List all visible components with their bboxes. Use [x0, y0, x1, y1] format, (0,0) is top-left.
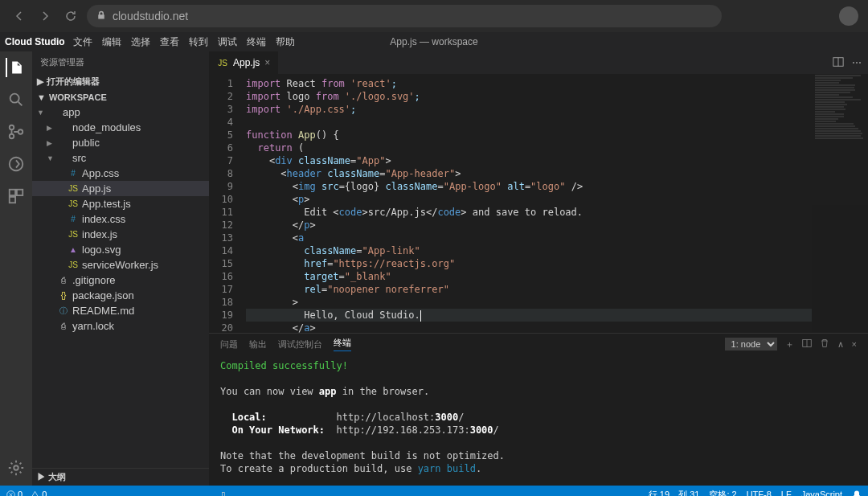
new-terminal-icon[interactable]: ＋	[785, 338, 794, 350]
file-item[interactable]: ⎙.gitignore	[32, 273, 209, 288]
status-spaces[interactable]: 空格: 2	[709, 489, 736, 497]
panel-tab-terminal[interactable]: 终端	[334, 337, 351, 351]
trash-icon[interactable]	[820, 338, 829, 350]
file-icon: ▲	[68, 245, 79, 254]
svg-point-4	[10, 158, 23, 171]
window-title: App.js — workspace	[390, 36, 477, 47]
file-label: index.js	[82, 228, 117, 240]
outline-label: 大纲	[48, 472, 66, 482]
more-icon[interactable]: ⋯	[852, 57, 862, 68]
js-icon: JS	[217, 59, 228, 68]
tab-appjs[interactable]: JS App.js ×	[209, 51, 279, 74]
gear-icon[interactable]	[6, 458, 26, 478]
reload-button[interactable]	[61, 6, 80, 26]
file-label: public	[72, 137, 100, 149]
file-icon: JS	[68, 184, 79, 193]
open-editors-section[interactable]: ▶打开的编辑器	[32, 73, 209, 90]
menu-edit[interactable]: 编辑	[102, 35, 121, 49]
svg-point-3	[18, 129, 23, 134]
file-icon: JS	[68, 230, 79, 239]
file-label: README.md	[72, 305, 134, 317]
workspace-label: WORKSPACE	[49, 92, 107, 102]
lock-icon	[96, 10, 106, 23]
file-label: App.css	[82, 167, 119, 179]
panel-tab-problems[interactable]: 问题	[220, 338, 238, 350]
file-item[interactable]: ▲logo.svg	[32, 242, 209, 257]
folder-item[interactable]: ▼src	[32, 150, 209, 166]
url-text: cloudstudio.net	[113, 10, 188, 23]
menu-terminal[interactable]: 终端	[247, 35, 266, 49]
svg-point-2	[10, 134, 14, 139]
menu-help[interactable]: 帮助	[276, 35, 295, 49]
folder-item[interactable]: ▶public	[32, 135, 209, 150]
editor: JS App.js × ⋯ 12345678910111213141516171…	[209, 51, 868, 486]
file-item[interactable]: JSApp.js	[32, 181, 209, 196]
search-icon[interactable]	[6, 90, 26, 109]
explorer-icon[interactable]	[6, 58, 25, 77]
url-bar[interactable]: cloudstudio.net	[87, 5, 722, 27]
svg-point-11	[7, 490, 15, 496]
file-item[interactable]: ⎙yarn.lock	[32, 318, 209, 334]
file-item[interactable]: JSserviceWorker.js	[32, 257, 209, 273]
file-label: serviceWorker.js	[82, 259, 158, 271]
maximize-icon[interactable]: ∧	[837, 339, 844, 350]
svg-rect-5	[10, 190, 15, 195]
back-button[interactable]	[10, 6, 29, 26]
file-item[interactable]: {}package.json	[32, 288, 209, 303]
panel-tab-debugconsole[interactable]: 调试控制台	[278, 338, 322, 350]
status-lang[interactable]: JavaScript	[801, 489, 842, 497]
open-editors-label: 打开的编辑器	[47, 76, 100, 88]
scm-icon[interactable]	[6, 122, 26, 141]
terminal-selector[interactable]: 1: node	[725, 338, 777, 350]
terminal[interactable]: Compiled successfully! You can now view …	[209, 355, 868, 496]
folder-item[interactable]: ▼app	[32, 105, 209, 120]
outline-section[interactable]: ▶ 大纲	[32, 468, 209, 486]
code[interactable]: import React from 'react';import logo fr…	[241, 74, 812, 333]
file-item[interactable]: JSApp.test.js	[32, 196, 209, 211]
file-item[interactable]: #App.css	[32, 166, 209, 181]
code-area[interactable]: 1234567891011121314151617181920212223242…	[209, 74, 868, 333]
file-tree: ▼app▶node_modules▶public▼src#App.cssJSAp…	[32, 105, 209, 468]
menu-view[interactable]: 查看	[160, 35, 179, 49]
file-icon: ⎙	[58, 322, 69, 330]
file-icon: {}	[58, 291, 69, 300]
minimap[interactable]	[812, 74, 868, 333]
avatar[interactable]	[839, 6, 858, 26]
tab-actions: ⋯	[826, 51, 868, 74]
extensions-icon[interactable]	[6, 187, 26, 206]
file-item[interactable]: #index.css	[32, 211, 209, 227]
menu-goto[interactable]: 转到	[189, 35, 208, 49]
gutter: 1234567891011121314151617181920212223242…	[209, 74, 241, 333]
browser-bar: cloudstudio.net	[0, 0, 868, 32]
forward-button[interactable]	[35, 6, 55, 26]
split-editor-icon[interactable]	[833, 56, 844, 70]
tabs: JS App.js × ⋯	[209, 51, 868, 74]
close-panel-icon[interactable]: ×	[852, 339, 857, 349]
status-warnings[interactable]: 0	[31, 490, 47, 496]
menu-select[interactable]: 选择	[131, 35, 150, 49]
status-cursor[interactable]: 行 19，列 31	[649, 489, 700, 497]
file-label: index.css	[82, 213, 125, 225]
panel-tab-output[interactable]: 输出	[249, 338, 267, 350]
file-label: logo.svg	[82, 244, 121, 256]
status-encoding[interactable]: UTF-8	[747, 489, 772, 497]
file-item[interactable]: JSindex.js	[32, 227, 209, 242]
menu-file[interactable]: 文件	[73, 35, 92, 49]
status-eol[interactable]: LF	[781, 489, 792, 497]
folder-item[interactable]: ▶node_modules	[32, 120, 209, 135]
file-icon: JS	[68, 199, 79, 208]
file-label: src	[72, 152, 86, 164]
status-errors[interactable]: 0	[6, 490, 23, 496]
file-label: app	[63, 106, 80, 118]
file-icon: JS	[68, 260, 79, 269]
workspace-section[interactable]: ▼WORKSPACE	[32, 90, 209, 105]
explorer-title: 资源管理器	[32, 51, 209, 73]
split-terminal-icon[interactable]	[802, 338, 812, 350]
file-item[interactable]: ⓘREADME.md	[32, 303, 209, 318]
bell-icon[interactable]	[852, 489, 862, 497]
menu-debug[interactable]: 调试	[218, 35, 237, 49]
file-icon: #	[68, 169, 79, 178]
brand: Cloud Studio	[5, 36, 65, 47]
close-icon[interactable]: ×	[264, 57, 270, 68]
debug-icon[interactable]	[6, 154, 26, 174]
